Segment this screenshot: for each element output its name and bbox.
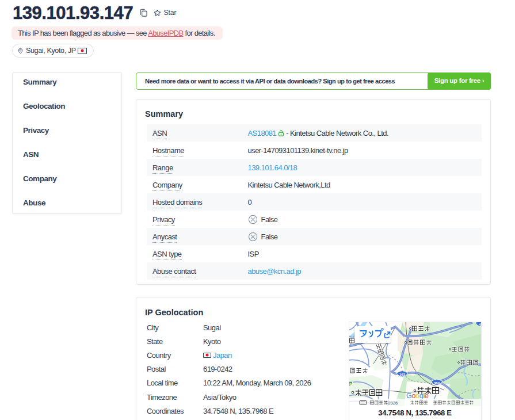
svg-text:Google: Google	[406, 392, 429, 400]
svg-text:©2026: ©2026	[385, 400, 398, 406]
svg-text:163: 163	[399, 373, 405, 376]
svg-text:369: 369	[433, 381, 440, 385]
svg-text:4: 4	[479, 323, 481, 326]
svg-text:26: 26	[349, 383, 352, 386]
